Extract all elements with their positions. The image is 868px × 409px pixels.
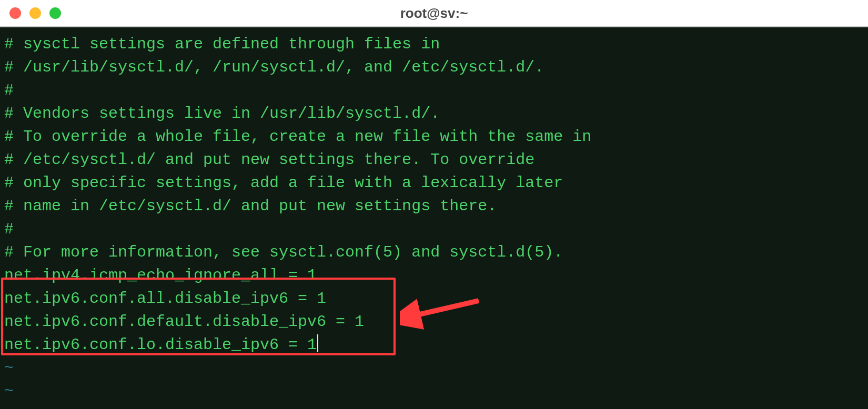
terminal-viewport[interactable]: # sysctl settings are defined through fi… <box>0 27 868 409</box>
file-line: net.ipv6.conf.all.disable_ipv6 = 1 <box>4 287 864 310</box>
file-line-text: net.ipv6.conf.lo.disable_ipv6 = 1 <box>4 336 317 354</box>
vim-empty-line: ~ <box>4 380 864 403</box>
file-line: # name in /etc/sysctl.d/ and put new set… <box>4 195 864 218</box>
terminal-window: root@sv:~ # sysctl settings are defined … <box>0 0 868 409</box>
file-line: net.ipv6.conf.lo.disable_ipv6 = 1 <box>4 333 864 356</box>
file-line: # For more information, see sysctl.conf(… <box>4 241 864 264</box>
window-title: root@sv:~ <box>0 5 868 22</box>
vim-empty-line: ~ <box>4 356 864 380</box>
file-line: # <box>4 79 864 102</box>
file-line: # /etc/sysctl.d/ and put new settings th… <box>4 148 864 171</box>
file-line: # /usr/lib/sysctl.d/, /run/sysctl.d/, an… <box>4 56 864 79</box>
window-controls <box>9 7 61 19</box>
file-line: # To override a whole file, create a new… <box>4 125 864 148</box>
file-line: # <box>4 218 864 241</box>
text-cursor-icon <box>317 334 318 352</box>
file-line: # sysctl settings are defined through fi… <box>4 33 864 56</box>
file-line: net.ipv4.icmp_echo_ignore_all = 1 <box>4 264 864 287</box>
maximize-icon[interactable] <box>49 7 61 19</box>
file-line: net.ipv6.conf.default.disable_ipv6 = 1 <box>4 310 864 333</box>
file-line: # only specific settings, add a file wit… <box>4 171 864 195</box>
close-icon[interactable] <box>9 7 21 19</box>
titlebar: root@sv:~ <box>0 0 868 27</box>
file-line: # Vendors settings live in /usr/lib/sysc… <box>4 102 864 125</box>
minimize-icon[interactable] <box>29 7 41 19</box>
